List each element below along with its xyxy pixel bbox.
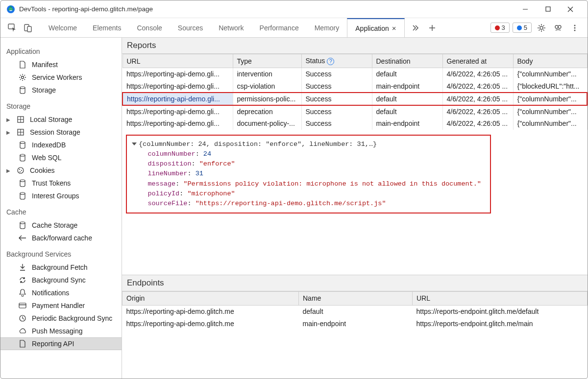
tab-elements[interactable]: Elements [85, 18, 129, 37]
more-tabs-button[interactable] [409, 21, 422, 35]
reports-title: Reports [122, 38, 588, 54]
cell-url: https://reports-endpoint.glitch.me/main [413, 317, 588, 330]
sidebar-item-trust-tokens[interactable]: Trust Tokens [0, 177, 122, 190]
close-icon[interactable]: × [392, 24, 396, 32]
tab-welcome[interactable]: Welcome [41, 18, 85, 37]
maximize-icon [545, 6, 551, 12]
svg-point-29 [21, 170, 22, 171]
col-body[interactable]: Body [513, 54, 587, 68]
caret-down-icon [132, 142, 137, 145]
sidebar-item-cache-storage[interactable]: Cache Storage [0, 219, 122, 232]
svg-point-13 [558, 25, 561, 28]
svg-point-18 [20, 87, 25, 89]
table-row[interactable]: https://reporting-api-demo.gli...csp-vio… [122, 80, 587, 93]
cell-type: csp-violation [233, 80, 301, 93]
cell-gen: 4/6/2022, 4:26:05 ... [442, 68, 513, 80]
sidebar-item-notifications[interactable]: Notifications [0, 286, 122, 299]
close-icon [567, 6, 573, 12]
cell-gen: 4/6/2022, 4:26:05 ... [442, 80, 513, 93]
sidebar-item-local-storage[interactable]: ▶Local Storage [0, 113, 122, 126]
sidebar-item-payment[interactable]: Payment Handler [0, 299, 122, 312]
cell-gen: 4/6/2022, 4:26:05 ... [442, 93, 513, 105]
tab-performance[interactable]: Performance [252, 18, 307, 37]
svg-point-33 [20, 222, 25, 224]
col-generated[interactable]: Generated at [442, 54, 513, 68]
sidebar-item-reporting-api[interactable]: Reporting API [0, 337, 122, 350]
app-icon [6, 5, 15, 14]
table-row[interactable]: https://reporting-api-demo.gli...depreca… [122, 105, 587, 118]
table-row[interactable]: https://reporting-api-demo.glitch.medefa… [122, 305, 588, 317]
sidebar-item-cookies[interactable]: ▶Cookies [0, 164, 122, 177]
sidebar-item-service-workers[interactable]: Service Workers [0, 71, 122, 84]
sidebar-item-periodic-sync[interactable]: Periodic Background Sync [0, 312, 122, 325]
minimize-button[interactable] [514, 2, 537, 17]
sidebar-item-manifest[interactable]: Manifest [0, 58, 122, 71]
cell-body: {"columnNumber"... [513, 93, 587, 105]
tab-application[interactable]: Application × [347, 18, 404, 37]
tab-sources[interactable]: Sources [170, 18, 211, 37]
panel-tabs: Welcome Elements Console Sources Network… [41, 18, 405, 37]
maximize-button[interactable] [537, 2, 559, 17]
inspect-icon [8, 24, 17, 32]
sidebar-item-bg-fetch[interactable]: Background Fetch [0, 261, 122, 274]
cell-body: {"blockedURL":"htt... [513, 80, 587, 93]
cell-origin: https://reporting-api-demo.glitch.me [122, 305, 299, 317]
cell-url: https://reporting-api-demo.gli... [122, 68, 233, 80]
error-count: 3 [502, 24, 505, 31]
col-destination[interactable]: Destination [372, 54, 442, 68]
cell-url: https://reporting-api-demo.gli... [122, 118, 233, 130]
sidebar-item-storage[interactable]: Storage [0, 84, 122, 96]
error-counter[interactable]: 3 [490, 23, 510, 33]
col-url[interactable]: URL [122, 54, 233, 68]
detail-summary[interactable]: {columnNumber: 24, disposition: "enforce… [132, 140, 485, 149]
help-icon[interactable]: ? [327, 58, 334, 65]
col-name[interactable]: Name [299, 291, 413, 305]
col-ep-url[interactable]: URL [413, 291, 588, 305]
info-dot-icon [517, 25, 522, 30]
col-type[interactable]: Type [233, 54, 301, 68]
col-status[interactable]: Status? [301, 54, 372, 68]
cell-status: Success [301, 105, 372, 118]
device-toggle-button[interactable] [21, 21, 35, 35]
sidebar-item-interest-groups[interactable]: Interest Groups [0, 190, 122, 202]
inspect-element-button[interactable] [5, 21, 19, 35]
tab-network[interactable]: Network [211, 18, 251, 37]
svg-point-15 [574, 27, 576, 28]
svg-point-31 [20, 180, 25, 182]
caret-right-icon: ▶ [6, 130, 11, 135]
sidebar-item-session-storage[interactable]: ▶Session Storage [0, 126, 122, 139]
sidebar-item-bfcache[interactable]: Back/forward cache [0, 232, 122, 244]
sync-icon [18, 276, 27, 284]
svg-point-16 [574, 29, 576, 31]
sidebar-item-bg-sync[interactable]: Background Sync [0, 274, 122, 286]
cell-origin: https://reporting-api-demo.glitch.me [122, 317, 299, 330]
sidebar-heading-bg: Background Services [0, 244, 122, 261]
sidebar-item-websql[interactable]: Web SQL [0, 151, 122, 164]
table-row[interactable]: https://reporting-api-demo.gli...documen… [122, 118, 587, 130]
more-options-button[interactable] [568, 21, 582, 35]
cell-name: default [299, 305, 413, 317]
sidebar-item-push[interactable]: Push Messaging [0, 325, 122, 337]
feedback-button[interactable] [551, 21, 565, 35]
window-title: DevTools - reporting-api-demo.glitch.me/… [19, 5, 153, 13]
bell-icon [18, 288, 27, 297]
tab-console[interactable]: Console [129, 18, 170, 37]
database-icon [18, 153, 27, 162]
sidebar-item-indexeddb[interactable]: IndexedDB [0, 139, 122, 151]
table-row[interactable]: https://reporting-api-demo.gli...interve… [122, 68, 587, 80]
devtools-window: DevTools - reporting-api-demo.glitch.me/… [0, 0, 588, 379]
gear-icon [18, 73, 27, 82]
reports-header-row: URL Type Status? Destination Generated a… [122, 54, 587, 68]
table-row[interactable]: https://reporting-api-demo.glitch.memain… [122, 317, 588, 330]
info-counter[interactable]: 5 [513, 23, 532, 33]
new-tab-button[interactable] [425, 21, 439, 35]
col-origin[interactable]: Origin [122, 291, 299, 305]
tab-memory[interactable]: Memory [307, 18, 347, 37]
cell-name: main-endpoint [299, 317, 413, 330]
settings-button[interactable] [535, 21, 548, 35]
cell-url: https://reports-endpoint.glitch.me/defau… [413, 305, 588, 317]
table-row[interactable]: https://reporting-api-demo.gli...permiss… [122, 93, 587, 105]
plus-icon [429, 24, 436, 31]
cell-type: document-policy-... [233, 118, 301, 130]
close-button[interactable] [559, 2, 582, 17]
